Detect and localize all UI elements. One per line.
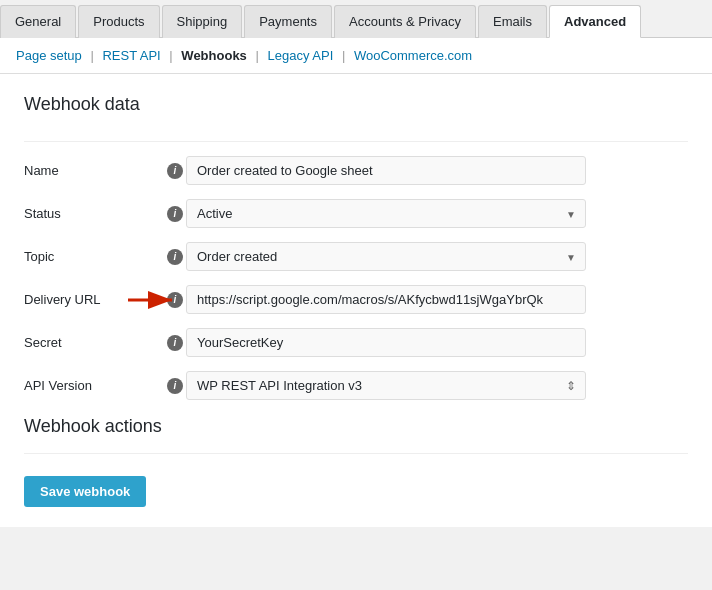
status-select-wrapper: Active Paused Disabled Pending [186, 199, 586, 228]
topic-select[interactable]: Order created Order updated Order delete… [186, 242, 586, 271]
name-help[interactable]: i [164, 163, 186, 179]
api-version-select[interactable]: WP REST API Integration v3 WP REST API I… [186, 371, 586, 400]
api-version-select-wrapper: WP REST API Integration v3 WP REST API I… [186, 371, 586, 400]
api-version-label: API Version [24, 378, 164, 393]
name-row: Name i [24, 156, 688, 185]
secret-input-wrapper [186, 328, 586, 357]
secret-label: Secret [24, 335, 164, 350]
topic-select-wrapper: Order created Order updated Order delete… [186, 242, 586, 271]
save-webhook-button[interactable]: Save webhook [24, 476, 146, 507]
tab-shipping[interactable]: Shipping [162, 5, 243, 38]
sep-2: | [169, 48, 172, 63]
subnav-woocommerce-com[interactable]: WooCommerce.com [354, 48, 472, 63]
webhook-actions-title: Webhook actions [24, 416, 688, 437]
topic-label: Topic [24, 249, 164, 264]
tab-accounts-privacy[interactable]: Accounts & Privacy [334, 5, 476, 38]
divider [24, 141, 688, 142]
status-select[interactable]: Active Paused Disabled Pending [186, 199, 586, 228]
subnav-webhooks-current: Webhooks [181, 48, 247, 63]
section-title: Webhook data [24, 94, 688, 123]
divider-2 [24, 453, 688, 454]
secret-help[interactable]: i [164, 335, 186, 351]
api-version-input-wrapper: WP REST API Integration v3 WP REST API I… [186, 371, 586, 400]
delivery-url-row: Delivery URL i [24, 285, 688, 314]
status-label: Status [24, 206, 164, 221]
sep-3: | [255, 48, 258, 63]
secret-input[interactable] [186, 328, 586, 357]
main-content: Webhook data Name i Status i Active Paus… [0, 74, 712, 527]
secret-help-icon[interactable]: i [167, 335, 183, 351]
tab-general[interactable]: General [0, 5, 76, 38]
status-input-wrapper: Active Paused Disabled Pending [186, 199, 586, 228]
tab-advanced[interactable]: Advanced [549, 5, 641, 38]
subnav-page-setup[interactable]: Page setup [16, 48, 82, 63]
status-help-icon[interactable]: i [167, 206, 183, 222]
sep-1: | [90, 48, 93, 63]
tabs-bar: General Products Shipping Payments Accou… [0, 0, 712, 38]
name-input-wrapper [186, 156, 586, 185]
status-row: Status i Active Paused Disabled Pending [24, 199, 688, 228]
sep-4: | [342, 48, 345, 63]
status-help[interactable]: i [164, 206, 186, 222]
api-version-help-icon[interactable]: i [167, 378, 183, 394]
topic-row: Topic i Order created Order updated Orde… [24, 242, 688, 271]
name-label: Name [24, 163, 164, 178]
tab-emails[interactable]: Emails [478, 5, 547, 38]
delivery-url-input[interactable] [186, 285, 586, 314]
api-version-help[interactable]: i [164, 378, 186, 394]
tab-payments[interactable]: Payments [244, 5, 332, 38]
secret-row: Secret i [24, 328, 688, 357]
sub-nav: Page setup | REST API | Webhooks | Legac… [0, 38, 712, 74]
red-arrow-annotation [128, 289, 180, 311]
subnav-rest-api[interactable]: REST API [102, 48, 160, 63]
name-input[interactable] [186, 156, 586, 185]
delivery-url-input-wrapper [186, 285, 586, 314]
topic-input-wrapper: Order created Order updated Order delete… [186, 242, 586, 271]
topic-help[interactable]: i [164, 249, 186, 265]
name-help-icon[interactable]: i [167, 163, 183, 179]
tab-products[interactable]: Products [78, 5, 159, 38]
topic-help-icon[interactable]: i [167, 249, 183, 265]
api-version-row: API Version i WP REST API Integration v3… [24, 371, 688, 400]
subnav-legacy-api[interactable]: Legacy API [268, 48, 334, 63]
